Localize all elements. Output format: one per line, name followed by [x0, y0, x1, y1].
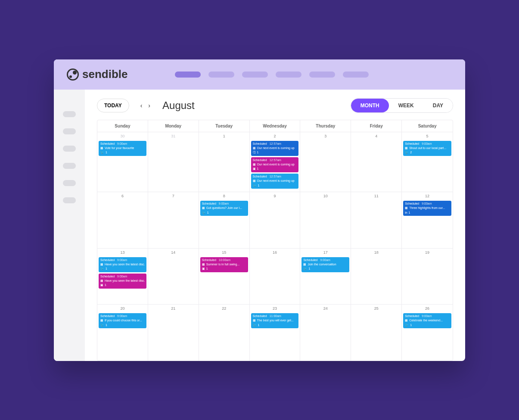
day-cell[interactable]: 10 — [300, 192, 351, 248]
event-time: 12:57am — [270, 175, 281, 178]
brand-icon — [67, 68, 79, 81]
view-month-button[interactable]: MONTH — [351, 99, 389, 112]
calendar-event[interactable]: Scheduled9:00am▦If you could choose this… — [99, 313, 146, 328]
day-number: 19 — [403, 250, 451, 255]
event-title: ▦Summer is in full swing... — [202, 263, 246, 266]
day-number: 8 — [200, 194, 248, 198]
calendar-event[interactable]: Scheduled9:00am▦Shout out to our local p… — [403, 141, 451, 156]
day-cell[interactable]: 31 — [148, 132, 199, 192]
day-cell[interactable]: 7 — [148, 192, 199, 248]
day-cell[interactable]: 16 — [250, 249, 301, 305]
event-title: ▦The best you will ever get... — [253, 319, 297, 322]
sidebar-item[interactable] — [63, 180, 76, 186]
gallery-icon: ▦ — [100, 319, 103, 322]
prev-month-icon[interactable]: ‹ — [139, 100, 144, 111]
nav-pill[interactable] — [208, 72, 234, 78]
view-day-button[interactable]: DAY — [423, 99, 453, 112]
sidebar-item[interactable] — [63, 128, 76, 134]
event-service-row: 🐦1 — [202, 211, 246, 215]
event-time: 9:00am — [117, 314, 127, 318]
day-cell[interactable]: 14 — [148, 249, 199, 305]
day-cell[interactable]: 21 — [148, 305, 199, 361]
day-number: 2 — [251, 134, 299, 138]
sidebar-item[interactable] — [63, 111, 76, 117]
calendar-event[interactable]: Scheduled9:00am▦Got questions? Join our … — [200, 201, 248, 216]
day-cell[interactable]: 6 — [97, 192, 148, 248]
nav-pill[interactable] — [309, 72, 335, 78]
gallery-icon: ▦ — [100, 146, 103, 150]
calendar-event[interactable]: Scheduled9:00am▦Vote for your favourite🐦… — [99, 141, 146, 156]
calendar-event[interactable]: Scheduled10:00am▦Summer is in full swing… — [200, 257, 248, 272]
next-month-icon[interactable]: › — [146, 100, 152, 111]
day-number: 17 — [301, 250, 349, 255]
day-cell[interactable]: 20Scheduled9:00am▦If you could choose th… — [97, 305, 148, 361]
calendar-event[interactable]: Scheduled11:00am▦The best you will ever … — [251, 313, 299, 328]
event-time: 9:00am — [219, 202, 229, 205]
day-cell[interactable]: 5Scheduled9:00am▦Shout out to our local … — [402, 132, 453, 192]
twitter-icon: 🐦 — [405, 151, 409, 154]
day-cell[interactable]: 9 — [250, 192, 301, 248]
day-number: 9 — [251, 194, 299, 198]
day-cell[interactable]: 3 — [300, 132, 351, 192]
calendar-event[interactable]: Scheduled12:57am▦Our next event is comin… — [251, 174, 299, 189]
day-number: 30 — [99, 134, 146, 138]
day-cell[interactable]: 1 — [199, 132, 250, 192]
nav-arrows: ‹ › — [139, 100, 152, 111]
day-cell[interactable]: 15Scheduled10:00am▦Summer is in full swi… — [199, 249, 250, 305]
sidebar-item[interactable] — [63, 163, 76, 169]
today-button[interactable]: TODAY — [97, 99, 129, 112]
day-cell[interactable]: 4 — [351, 132, 402, 192]
event-count: 1 — [257, 167, 259, 171]
day-cell[interactable]: 2Scheduled12:57am▦Our next event is comi… — [250, 132, 301, 192]
day-cell[interactable]: 24 — [300, 305, 351, 361]
event-time: 9:00am — [422, 202, 432, 205]
day-cell[interactable]: 19 — [402, 249, 453, 305]
dow-cell: Monday — [148, 120, 199, 132]
day-number: 31 — [149, 134, 197, 138]
day-cell[interactable]: 18 — [351, 249, 402, 305]
dow-cell: Sunday — [97, 120, 148, 132]
day-cell[interactable]: 26Scheduled9:00am▦Celebrate the weekend.… — [402, 305, 453, 361]
instagram-icon: ▣ — [253, 167, 256, 171]
day-number: 20 — [99, 306, 146, 311]
nav-pill[interactable] — [175, 72, 201, 78]
week-row: 678Scheduled9:00am▦Got questions? Join o… — [97, 192, 453, 249]
sidebar-item[interactable] — [63, 197, 76, 203]
view-week-button[interactable]: WEEK — [389, 99, 423, 112]
calendar-event[interactable]: Scheduled12:57am▦Our next event is comin… — [251, 157, 299, 172]
day-cell[interactable]: 17Scheduled9:00am▦Join the conversation🐦… — [300, 249, 351, 305]
day-cell[interactable]: 8Scheduled9:00am▦Got questions? Join our… — [199, 192, 250, 248]
event-status: Scheduled — [405, 202, 419, 205]
calendar-event[interactable]: Scheduled9:00am▦Join the conversation🐦1 — [301, 257, 349, 272]
event-title: ▦Our next event is coming up — [253, 163, 297, 166]
day-cell[interactable]: 11 — [351, 192, 402, 248]
day-number: 3 — [301, 134, 349, 138]
sidebar-item[interactable] — [63, 146, 76, 152]
day-cell[interactable]: 30Scheduled9:00am▦Vote for your favourit… — [97, 132, 148, 192]
twitter-icon: 🐦 — [303, 267, 307, 271]
event-status: Scheduled — [253, 142, 267, 146]
gallery-icon: ▦ — [405, 319, 408, 322]
calendar-event[interactable]: Scheduled9:00am▦Celebrate the weekend...… — [403, 313, 451, 328]
nav-pill[interactable] — [242, 72, 268, 78]
event-header: Scheduled9:00am — [100, 314, 145, 318]
event-time: 9:00am — [320, 258, 330, 262]
event-status: Scheduled — [405, 142, 419, 146]
day-cell[interactable]: 22 — [199, 305, 250, 361]
calendar-event[interactable]: Scheduled12:57am▦Our next event is comin… — [251, 141, 299, 156]
event-service-row: in1 — [405, 211, 450, 215]
day-cell[interactable]: 25 — [351, 305, 402, 361]
day-cell[interactable]: 12Scheduled9:00am▦Three highlights from … — [402, 192, 453, 248]
instagram-icon: ▣ — [100, 283, 103, 287]
event-time: 12:57am — [270, 142, 281, 146]
nav-pill[interactable] — [343, 72, 369, 78]
calendar-event[interactable]: Scheduled9:00am▦Three highlights from ou… — [403, 201, 451, 216]
day-cell[interactable]: 23Scheduled11:00am▦The best you will eve… — [250, 305, 301, 361]
event-time: 9:00am — [117, 142, 127, 146]
nav-pill[interactable] — [276, 72, 301, 78]
day-cell[interactable]: 13Scheduled9:00am▦Have you seen the late… — [97, 249, 148, 305]
calendar-event[interactable]: Scheduled9:00am▦Have you seen the latest… — [99, 257, 146, 272]
day-number: 10 — [301, 194, 349, 198]
calendar-event[interactable]: Scheduled9:00am▦Have you seen the latest… — [99, 274, 146, 289]
day-number: 23 — [251, 306, 299, 311]
